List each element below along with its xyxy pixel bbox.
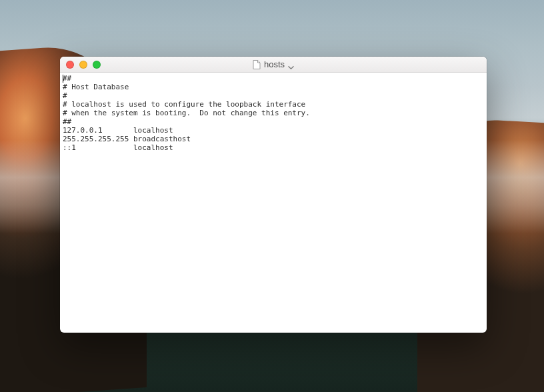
window-title[interactable]: hosts xyxy=(264,59,285,69)
zoom-button[interactable] xyxy=(93,61,101,69)
close-button[interactable] xyxy=(66,61,74,69)
document-content: ## # Host Database # # localhost is used… xyxy=(63,74,310,152)
text-editor[interactable]: ## # Host Database # # localhost is used… xyxy=(60,73,487,333)
minimize-button[interactable] xyxy=(79,61,87,69)
window-title-wrap: hosts xyxy=(60,59,487,69)
traffic-lights xyxy=(60,61,101,69)
desktop-wallpaper: hosts ## # Host Database # # localhost i… xyxy=(0,0,544,392)
document-icon xyxy=(253,60,261,69)
window-titlebar[interactable]: hosts xyxy=(60,57,487,73)
chevron-down-icon[interactable] xyxy=(288,61,294,67)
textedit-window[interactable]: hosts ## # Host Database # # localhost i… xyxy=(60,57,487,333)
